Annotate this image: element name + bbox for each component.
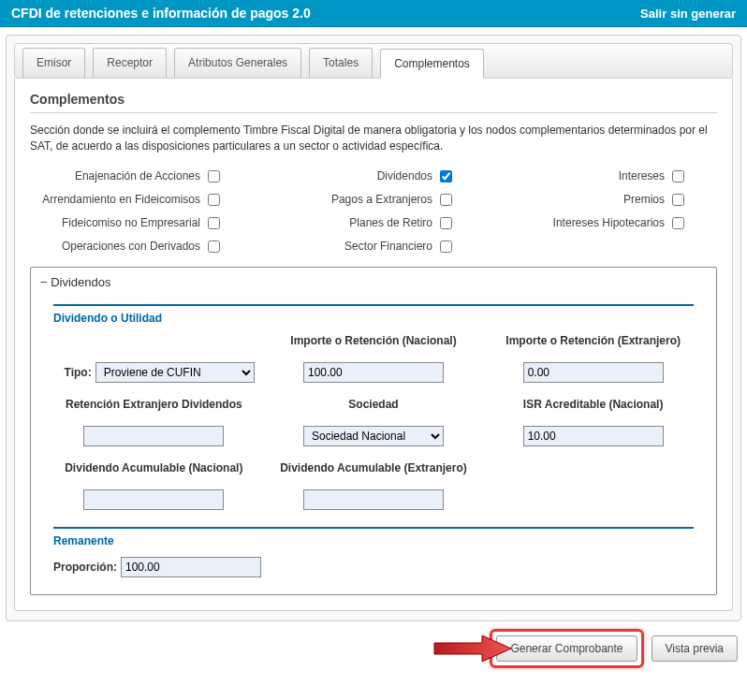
input-proporcion[interactable] <box>121 557 261 577</box>
checkbox-enajenacion[interactable] <box>208 170 220 182</box>
tab-emisor[interactable]: Emisor <box>22 48 85 78</box>
input-imp-nac[interactable] <box>303 362 444 383</box>
accordion-body: Dividendo o Utilidad Importe o Retención… <box>31 297 716 594</box>
button-row: Generar Comprobante Vista previa <box>0 629 738 668</box>
header-title: CFDI de retenciones e información de pag… <box>11 6 311 21</box>
checkbox-dividendos[interactable] <box>440 170 452 182</box>
panel-complementos: Complementos Sección donde se incluirá e… <box>14 79 733 611</box>
form-grid: Importe o Retención (Nacional) Importe o… <box>53 334 694 510</box>
label-arrendamiento: Arrendamiento en Fideicomisos <box>42 193 200 206</box>
checkbox-int-hip[interactable] <box>672 217 684 229</box>
label-int-hip: Intereses Hipotecarios <box>553 216 665 229</box>
label-ret-ext-div: Retención Extranjero Dividendos <box>66 398 242 411</box>
label-dividendos: Dividendos <box>377 169 432 182</box>
checkbox-planes[interactable] <box>440 217 452 229</box>
section-title: Complementos <box>30 92 717 113</box>
tab-container: Emisor Receptor Atributos Generales Tota… <box>6 35 741 621</box>
checkbox-intereses[interactable] <box>672 170 684 182</box>
accordion-header[interactable]: − Dividendos <box>31 268 716 297</box>
svg-marker-0 <box>434 635 511 662</box>
checkbox-derivados[interactable] <box>208 241 220 253</box>
label-isr-nac: ISR Acreditable (Nacional) <box>523 398 664 411</box>
input-div-acum-ext[interactable] <box>303 489 444 510</box>
label-premios: Premios <box>623 193 665 206</box>
tab-receptor[interactable]: Receptor <box>93 48 167 78</box>
checkbox-fideicomiso-no[interactable] <box>208 217 220 229</box>
label-imp-nac: Importe o Retención (Nacional) <box>290 334 456 347</box>
select-sociedad[interactable]: Sociedad Nacional <box>303 426 444 446</box>
label-proporcion: Proporción: <box>53 561 117 574</box>
subheader-remanente: Remanente <box>53 527 694 547</box>
tab-row: Emisor Receptor Atributos Generales Tota… <box>14 43 733 79</box>
vista-previa-button[interactable]: Vista previa <box>652 635 738 662</box>
input-imp-ext[interactable] <box>523 362 664 383</box>
label-intereses: Intereses <box>619 169 665 182</box>
label-div-acum-nac: Dividendo Acumulable (Nacional) <box>65 461 242 474</box>
generar-button[interactable]: Generar Comprobante <box>496 635 637 662</box>
tab-complementos[interactable]: Complementos <box>380 49 484 79</box>
subheader-dividendo: Dividendo o Utilidad <box>53 304 694 325</box>
label-sector: Sector Financiero <box>344 240 432 253</box>
annotation-arrow-icon <box>431 630 515 667</box>
input-ret-ext-div[interactable] <box>83 426 224 446</box>
checkbox-grid: Enajenación de Acciones Dividendos Inter… <box>30 168 717 255</box>
input-div-acum-nac[interactable] <box>83 489 224 510</box>
label-div-acum-ext: Dividendo Acumulable (Extranjero) <box>280 461 467 474</box>
label-imp-ext: Importe o Retención (Extranjero) <box>505 334 681 347</box>
select-tipo[interactable]: Proviene de CUFIN <box>95 362 255 383</box>
checkbox-premios[interactable] <box>672 194 684 206</box>
label-tipo: Tipo: <box>65 366 92 379</box>
section-description: Sección donde se incluirá el complemento… <box>30 123 717 154</box>
accordion-dividendos: − Dividendos Dividendo o Utilidad Import… <box>30 267 717 595</box>
checkbox-sector[interactable] <box>440 241 452 253</box>
label-planes: Planes de Retiro <box>349 216 432 229</box>
label-derivados: Operaciones con Derivados <box>62 240 200 253</box>
label-pagos-ext: Pagos a Extranjeros <box>331 193 432 206</box>
label-enajenacion: Enajenación de Acciones <box>75 169 200 182</box>
input-isr-nac[interactable] <box>523 426 664 446</box>
checkbox-arrendamiento[interactable] <box>208 194 220 206</box>
label-fideicomiso-no: Fideicomiso no Empresarial <box>62 216 200 229</box>
tab-atributos[interactable]: Atributos Generales <box>174 48 301 78</box>
checkbox-pagos-ext[interactable] <box>440 194 452 206</box>
label-sociedad: Sociedad <box>348 398 398 411</box>
exit-link[interactable]: Salir sin generar <box>640 7 736 21</box>
tab-totales[interactable]: Totales <box>309 48 373 78</box>
app-header: CFDI de retenciones e información de pag… <box>0 0 747 27</box>
